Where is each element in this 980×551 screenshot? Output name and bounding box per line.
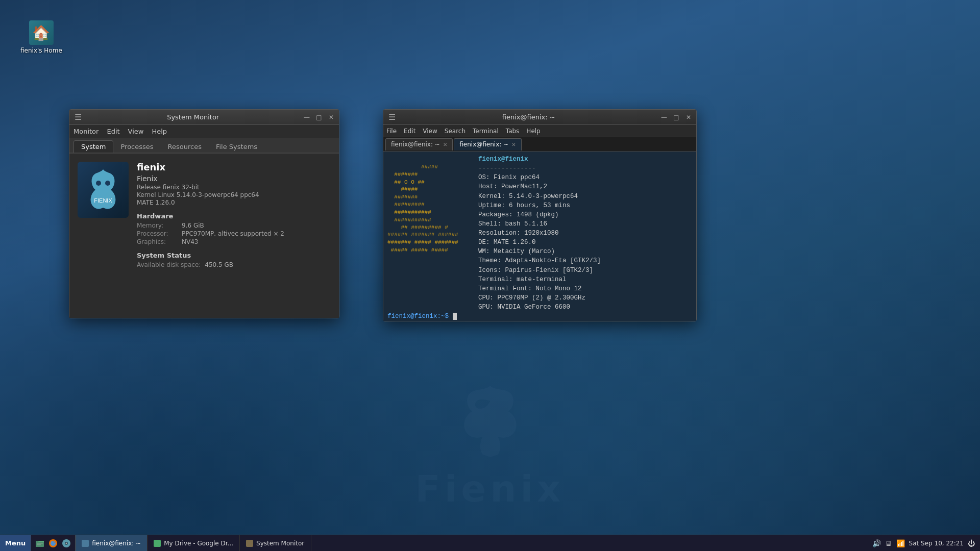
watermark-text: Fienix (415, 467, 565, 510)
terminal-menu-edit[interactable]: Edit (404, 128, 415, 135)
taskbar-right: 🔊 🖥 📶 Sat Sep 10, 22:21 ⏻ (867, 539, 980, 547)
terminal-tab-1-close[interactable]: ✕ (443, 142, 447, 147)
terminal-menu-terminal[interactable]: Terminal (473, 128, 499, 135)
neofetch-os-val: OS: Fienix ppc64 (478, 174, 540, 181)
terminal-titlebar: ☰ fienix@fienix: ~ — □ ✕ (383, 110, 696, 125)
svg-text:FIENIX: FIENIX (94, 197, 112, 204)
neofetch-wm: WM: Metacity (Marco) (478, 248, 555, 255)
sysmon-tab-filesystems[interactable]: File Systems (209, 141, 264, 153)
neofetch-de: DE: MATE 1.26.0 (478, 239, 536, 246)
terminal-tab-1[interactable]: fienix@fienix: ~ ✕ (385, 138, 453, 151)
desktop-watermark: Fienix (415, 381, 565, 510)
sysmon-minimize-button[interactable]: — (302, 113, 311, 122)
neofetch-cpu: CPU: PPC970MP (2) @ 2.300GHz (478, 294, 585, 302)
terminal-menu-search[interactable]: Search (445, 128, 465, 135)
sysmon-disk-label: Available disk space: (137, 261, 201, 268)
sysmon-release: Release fienix 32-bit (137, 184, 331, 191)
taskbar-filemanager-icon[interactable] (34, 538, 45, 549)
terminal-ascii-art: ##### ####### ## O O ## ##### ####### ##… (387, 156, 474, 309)
sysmon-processor-row: Processor: PPC970MP, altivec supported ×… (137, 230, 331, 237)
terminal-close-button[interactable]: ✕ (684, 113, 693, 122)
taskbar-app-terminal-label: fienix@fienix: ~ (92, 540, 141, 547)
neofetch-packages: Packages: 1498 (dpkg) (478, 211, 559, 218)
terminal-tab-2[interactable]: fienix@fienix: ~ ✕ (454, 138, 521, 151)
sysmon-disk-val: 450.5 GB (205, 261, 233, 268)
sysmon-kernel: Kernel Linux 5.14.0-3-powerpc64 ppc64 (137, 191, 331, 198)
taskbar-display-icon[interactable]: 🖥 (885, 539, 892, 547)
neofetch-user: fienix@fienix (478, 156, 528, 163)
sysmon-status-title: System Status (137, 252, 331, 259)
terminal-prompt-line[interactable]: fienix@fienix:~$ (383, 312, 696, 321)
sysmon-memory-val: 9.6 GiB (182, 222, 204, 229)
terminal-menu-icon[interactable]: ☰ (386, 112, 398, 122)
taskbar-app-terminal[interactable]: fienix@fienix: ~ (76, 535, 148, 551)
sysmon-memory-label: Memory: (137, 222, 178, 229)
sysmon-menu-edit[interactable]: Edit (107, 128, 119, 135)
sysmon-graphics-label: Graphics: (137, 238, 178, 245)
neofetch-resolution: Resolution: 980x551 (478, 230, 559, 237)
terminal-tabs-bar: fienix@fienix: ~ ✕ fienix@fienix: ~ ✕ (383, 137, 696, 152)
neofetch-terminal: Terminal: mate-terminal (478, 276, 567, 283)
sysmon-logo: FIENIX (78, 162, 129, 218)
terminal-neofetch-info: fienix@fienix --------------- OS: Fienix… (478, 155, 692, 309)
sysmon-maximize-button[interactable]: □ (314, 113, 324, 122)
taskbar-menu-label: Menu (5, 539, 26, 547)
taskbar-shutdown-icon[interactable]: ⏻ (968, 539, 975, 547)
terminal-tab-1-label: fienix@fienix: ~ (391, 141, 440, 148)
terminal-menu-file[interactable]: File (386, 128, 397, 135)
system-monitor-window: ☰ System Monitor — □ ✕ Monitor Edit View… (69, 109, 339, 318)
terminal-prompt: fienix@fienix:~$ (387, 313, 449, 320)
terminal-minimize-button[interactable]: — (659, 113, 669, 122)
terminal-menu-help[interactable]: Help (526, 128, 540, 135)
sysmon-tab-resources[interactable]: Resources (161, 141, 209, 153)
taskbar-app-browser[interactable]: My Drive - Google Dr... (148, 535, 240, 551)
terminal-tab-2-close[interactable]: ✕ (511, 142, 516, 147)
sysmon-menu-view[interactable]: View (128, 128, 144, 135)
sysmon-title: System Monitor (87, 113, 299, 121)
sysmon-tab-processes[interactable]: Processes (113, 141, 160, 153)
desktop-icon-home[interactable]: 🏠 fienix's Home (20, 20, 62, 54)
svg-point-0 (96, 181, 101, 186)
taskbar-app-sysmon[interactable]: System Monitor (240, 535, 311, 551)
sysmon-menu-icon[interactable]: ☰ (72, 112, 84, 122)
neofetch-terminal-font: Terminal Font: Noto Mono 12 (478, 285, 582, 292)
terminal-maximize-button[interactable]: □ (672, 113, 681, 122)
taskbar-app-browser-dot (154, 540, 161, 547)
taskbar-app-browser-label: My Drive - Google Dr... (164, 540, 233, 547)
taskbar-volume-icon[interactable]: 🔊 (872, 539, 881, 547)
sysmon-mate: MATE 1.26.0 (137, 199, 331, 206)
sysmon-content: FIENIX fienix Fienix Release fienix 32-b… (69, 154, 339, 318)
terminal-menu-view[interactable]: View (423, 128, 437, 135)
sysmon-hardware-title: Hardware (137, 212, 331, 220)
sysmon-graphics-val: NV43 (182, 238, 198, 245)
terminal-tab-2-label: fienix@fienix: ~ (459, 141, 508, 148)
sysmon-processor-val: PPC970MP, altivec supported × 2 (182, 230, 284, 237)
sysmon-info: fienix Fienix Release fienix 32-bit Kern… (137, 162, 331, 310)
neofetch-theme: Theme: Adapta-Nokto-Eta [GTK2/3] (478, 257, 601, 264)
taskbar-left: Menu (0, 535, 76, 551)
taskbar-network-icon[interactable]: 📶 (896, 539, 905, 547)
neofetch-uptime: Uptime: 6 hours, 53 mins (478, 202, 570, 209)
sysmon-tab-system[interactable]: System (74, 140, 113, 153)
terminal-menubar: File Edit View Search Terminal Tabs Help (383, 125, 696, 137)
sysmon-titlebar: ☰ System Monitor — □ ✕ (69, 110, 339, 125)
taskbar-menu-button[interactable]: Menu (0, 535, 31, 551)
svg-rect-4 (37, 543, 43, 544)
sysmon-menu-help[interactable]: Help (152, 128, 167, 135)
taskbar-browser-icon[interactable] (47, 538, 59, 549)
svg-point-10 (66, 542, 67, 544)
sysmon-menu-monitor[interactable]: Monitor (74, 128, 99, 135)
taskbar-media-icon[interactable] (61, 538, 72, 549)
terminal-menu-tabs[interactable]: Tabs (506, 128, 520, 135)
taskbar-quick-icons (31, 535, 76, 551)
sysmon-disk-row: Available disk space: 450.5 GB (137, 261, 331, 268)
taskbar-app-terminal-dot (82, 540, 89, 547)
taskbar: Menu (0, 535, 980, 551)
terminal-cursor (453, 313, 457, 320)
home-icon: 🏠 (29, 20, 54, 45)
sysmon-close-button[interactable]: ✕ (327, 113, 336, 122)
sysmon-distro-full: Fienix (137, 174, 331, 183)
terminal-window: ☰ fienix@fienix: ~ — □ ✕ File Edit View … (383, 109, 697, 321)
taskbar-apps: fienix@fienix: ~ My Drive - Google Dr...… (76, 535, 867, 551)
terminal-body[interactable]: ##### ####### ## O O ## ##### ####### ##… (383, 152, 696, 312)
